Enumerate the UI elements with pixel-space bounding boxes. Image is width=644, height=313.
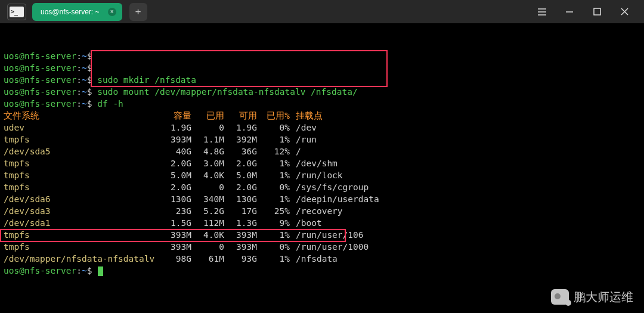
- command-text: sudo mount /dev/mapper/nfsdata-nfsdatalv…: [97, 87, 358, 97]
- window-controls: [537, 8, 639, 16]
- prompt-line: uos@nfs-server:~$: [4, 265, 640, 277]
- svg-rect-0: [594, 8, 600, 15]
- terminal-body[interactable]: uos@nfs-server:~$ uos@nfs-server:~$ uos@…: [0, 24, 644, 313]
- titlebar: >_ uos@nfs-server: ~ × +: [0, 0, 644, 24]
- prompt-line: uos@nfs-server:~$ df -h: [4, 98, 640, 110]
- prompt-line: uos@nfs-server:~$ sudo mkdir /nfsdata: [4, 74, 640, 86]
- command-text: sudo mkdir /nfsdata: [97, 75, 196, 85]
- plus-icon: +: [135, 6, 141, 17]
- watermark: 鹏大师运维: [551, 289, 633, 305]
- df-row: /dev/sda11.5G112M1.3G9%/boot: [4, 217, 640, 229]
- df-row: tmpfs393M0393M0%/run/user/1000: [4, 241, 640, 253]
- df-row: tmpfs2.0G3.0M2.0G1%/dev/shm: [4, 157, 640, 169]
- df-row: /dev/mapper/nfsdata-nfsdatalv98G61M93G1%…: [4, 253, 640, 265]
- df-row: /dev/sda6130G340M130G1%/deepin/userdata: [4, 193, 640, 205]
- df-row: tmpfs5.0M4.0K5.0M1%/run/lock: [4, 169, 640, 181]
- tab-close-icon[interactable]: ×: [108, 8, 116, 16]
- cursor: [98, 266, 103, 276]
- df-row: udev1.9G01.9G0%/dev: [4, 122, 640, 134]
- prompt-line: uos@nfs-server:~$: [4, 62, 640, 74]
- prompt-line: uos@nfs-server:~$ sudo mount /dev/mapper…: [4, 86, 640, 98]
- df-row: /dev/sda540G4.8G36G12%/: [4, 145, 640, 157]
- tab-title: uos@nfs-server: ~: [41, 8, 100, 16]
- terminal-glyph-icon: >_: [10, 7, 24, 17]
- close-icon[interactable]: [619, 8, 630, 16]
- prompt-line: uos@nfs-server:~$: [4, 50, 640, 62]
- command-text: df -h: [97, 99, 123, 109]
- df-row: /dev/sda323G5.2G17G25%/recovery: [4, 205, 640, 217]
- df-header: 文件系统容量已用可用已用%挂载点: [4, 110, 640, 122]
- wechat-icon: [551, 289, 569, 305]
- df-row: tmpfs2.0G02.0G0%/sys/fs/cgroup: [4, 181, 640, 193]
- watermark-text: 鹏大师运维: [574, 291, 633, 303]
- tab-active[interactable]: uos@nfs-server: ~ ×: [32, 3, 122, 21]
- minimize-icon[interactable]: [564, 8, 575, 16]
- app-icon: >_: [7, 4, 26, 20]
- menu-icon[interactable]: [537, 8, 547, 16]
- df-row: tmpfs393M4.0K393M1%/run/user/106: [4, 229, 640, 241]
- new-tab-button[interactable]: +: [129, 3, 147, 21]
- df-row: tmpfs393M1.1M392M1%/run: [4, 134, 640, 145]
- maximize-icon[interactable]: [592, 8, 602, 16]
